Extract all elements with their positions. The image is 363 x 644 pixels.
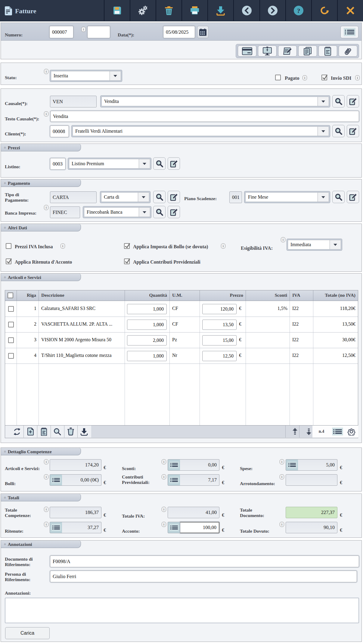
svg-text:?: ? (297, 7, 300, 14)
